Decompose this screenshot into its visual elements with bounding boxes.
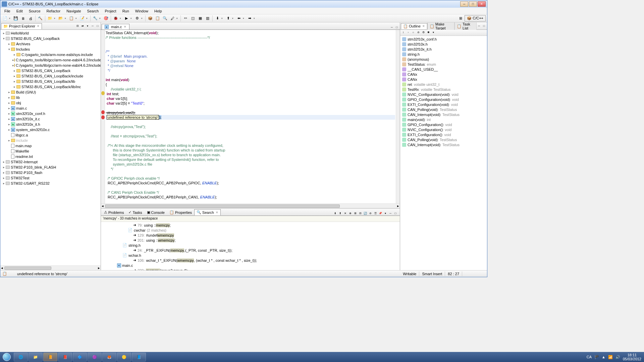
outline-item[interactable]: __CAN1_USED__ — [400, 67, 487, 72]
tree-item[interactable]: ▸STM32-BUS_CAN_LoopBack — [0, 68, 101, 73]
cancel-button[interactable]: ⊘ — [368, 211, 373, 216]
open-task-button[interactable]: 📋 — [154, 15, 161, 22]
tree-item[interactable]: ▸STM32-P103_flash — [0, 170, 101, 175]
menu-source[interactable]: Source — [26, 8, 43, 14]
bottom-tab-console[interactable]: ▣Console — [145, 209, 167, 216]
bottom-tab-properties[interactable]: 📋Properties — [167, 209, 194, 216]
tree-item[interactable]: ▸Build (GNU) — [0, 89, 101, 95]
tray-network-icon[interactable]: 📶 — [608, 355, 613, 359]
tree-item[interactable]: readme.txt — [0, 154, 101, 159]
minimize-button[interactable]: ─ — [460, 1, 468, 7]
outline-tree[interactable]: stm32f10x_conf.hstm32f10x.hstm32f10x_it.… — [400, 36, 487, 270]
link-editor-button[interactable]: ⇄ — [80, 24, 85, 28]
project-tree[interactable]: ▸HelloWorld▾STM32-BUS_CAN_LoopBack▸Archi… — [0, 30, 101, 265]
outline-item[interactable]: stm32f10x.h — [400, 42, 487, 47]
tree-item[interactable]: ▸hstm32f10x_conf.h — [0, 111, 101, 116]
outline-item[interactable]: CAN_Polling(void) : TestStatus — [400, 137, 487, 142]
view-menu-button[interactable]: ▾ — [383, 211, 388, 216]
view-menu-button[interactable]: ▾ — [431, 30, 436, 35]
outline-item[interactable]: CAN_Interrupt(void) : TestStatus — [400, 142, 487, 147]
outline-item[interactable]: NVIC_Configuration() : void — [400, 127, 487, 132]
toggle2-button[interactable]: ▦ — [197, 15, 204, 22]
back-button[interactable]: ⬅ — [235, 15, 242, 22]
print-button[interactable]: 🖨 — [27, 15, 34, 22]
search-result[interactable]: 📄cwchar(2 matches) — [101, 228, 400, 233]
new-button[interactable]: 📄 — [2, 15, 8, 22]
search-result[interactable]: cmain.c — [101, 263, 400, 268]
fwd-button[interactable]: ➡ — [246, 15, 253, 22]
view-menu-button[interactable]: ▾ — [85, 24, 90, 28]
toggle-button[interactable]: ◫ — [190, 15, 196, 22]
nav-button[interactable]: ⬇ — [214, 15, 221, 22]
tree-item[interactable]: ▾Includes — [0, 47, 101, 52]
tray-action-icon[interactable]: ▲ — [602, 355, 605, 359]
new-source-button[interactable]: 📝 — [79, 15, 86, 22]
tree-item[interactable]: ▸Archives — [0, 41, 101, 47]
outline-item[interactable]: stm32f10x_it.h — [400, 47, 487, 52]
close-icon[interactable]: ✕ — [37, 24, 40, 28]
menu-navigate[interactable]: Navigate — [64, 8, 84, 14]
run-search-button[interactable]: 🔄 — [363, 211, 368, 216]
next-match-button[interactable]: ⬇ — [333, 211, 337, 216]
tray-flag-icon[interactable]: 🏴 — [594, 355, 599, 359]
hide-static-button[interactable]: ○ — [411, 30, 416, 35]
code-editor[interactable]: TestStatus CAN_Interrupt(void);/* Privat… — [105, 30, 396, 203]
tree-item[interactable]: ▸STM32-BUS_CAN_LoopBack/lib/inc — [0, 84, 101, 89]
collapse-all-button[interactable]: ⊟ — [358, 211, 363, 216]
outline-item[interactable]: main(void) : int — [400, 117, 487, 122]
outline-item[interactable]: TestRx : volatile TestStatus — [400, 87, 487, 92]
hide-nonpub-button[interactable]: ⊘ — [416, 30, 421, 35]
tray-lang[interactable]: CA — [587, 355, 592, 359]
tray-clock[interactable]: 18:11 05/03/2012 — [623, 353, 641, 361]
prev-match-button[interactable]: ⬆ — [338, 211, 342, 216]
minimize-view-button[interactable]: ─ — [90, 24, 95, 28]
new-folder-button[interactable]: 📂 — [57, 15, 64, 22]
new-project-button[interactable]: 📁 — [47, 15, 53, 22]
overview-ruler[interactable] — [396, 30, 400, 203]
open-type-button[interactable]: 📦 — [147, 15, 154, 22]
remove-button[interactable]: ✕ — [343, 211, 347, 216]
hide-fields-button[interactable]: ◦ — [406, 30, 411, 35]
remove-all-button[interactable]: ⊗ — [348, 211, 353, 216]
tree-item[interactable]: ▸lib — [0, 95, 101, 100]
bottom-tab-tasks[interactable]: ✓Tasks — [126, 209, 144, 216]
sort-button[interactable]: ↕ — [401, 30, 406, 35]
tree-item[interactable]: ▸STM32Test — [0, 175, 101, 181]
close-icon[interactable]: ✕ — [124, 25, 126, 28]
tree-item[interactable]: ▸STM32-BUS_CAN_LoopBack/include — [0, 73, 101, 79]
outline-item[interactable]: NVIC_Configuration(void) : void — [400, 92, 487, 97]
outline-item[interactable]: CANx — [400, 77, 487, 82]
taskbar-powerpoint[interactable]: 📙 — [43, 353, 57, 361]
tree-item[interactable]: ▾STM32-BUS_CAN_LoopBack — [0, 36, 101, 41]
search-result[interactable]: ➜201:using ::wmemcpy; — [101, 238, 400, 243]
tree-item[interactable]: ▸csystem_stm32f10x.c — [0, 127, 101, 132]
tree-item[interactable]: main.map — [0, 143, 101, 148]
outline-item[interactable]: (anonymous) — [400, 57, 487, 62]
save-button[interactable]: 💾 — [12, 15, 19, 22]
editor-gutter[interactable] — [101, 30, 105, 203]
tree-item[interactable]: libgcc.a — [0, 132, 101, 138]
taskbar-eclipse[interactable]: 🟣 — [88, 353, 102, 361]
tree-item[interactable]: ▸C:/yagarto_tools/lib/gcc/arm-none-eabi/… — [0, 63, 101, 68]
toggle3-button[interactable]: ▥ — [204, 15, 211, 22]
search-results[interactable]: ➜79:using ::memcpy;📄cwchar(2 matches)➜12… — [101, 222, 400, 270]
outline-item[interactable]: string.h — [400, 52, 487, 57]
taskbar-adobe[interactable]: 📕 — [58, 353, 72, 361]
search-button[interactable]: 🖊 — [169, 15, 176, 22]
hammer-button[interactable]: 🔧 — [92, 15, 99, 22]
pin-button[interactable]: 📌 — [378, 211, 383, 216]
tree-item[interactable]: ▸C:/yagarto_tools/arm-none-eabi/sys-incl… — [0, 52, 101, 57]
menu-window[interactable]: Window — [132, 8, 151, 14]
new-class-button[interactable]: 📋 — [68, 15, 75, 22]
save-all-button[interactable]: 🗎 — [20, 15, 26, 22]
menu-refactor[interactable]: Refactor — [44, 8, 63, 14]
menu-run[interactable]: Run — [120, 8, 132, 14]
outline-item[interactable]: GPIO_Configuration(void) : void — [400, 97, 487, 102]
bottom-tab-search[interactable]: 🔍Search✕ — [194, 209, 221, 216]
target-button[interactable]: 🎯 — [103, 15, 109, 22]
menu-search[interactable]: Search — [85, 8, 102, 14]
taskbar-firefox[interactable]: 🦊 — [102, 353, 116, 361]
outline-tab-outline[interactable]: 📋Outline✕ — [401, 23, 427, 29]
maximize-button[interactable]: □ — [469, 1, 477, 7]
tree-item[interactable]: ▸obj — [0, 100, 101, 106]
